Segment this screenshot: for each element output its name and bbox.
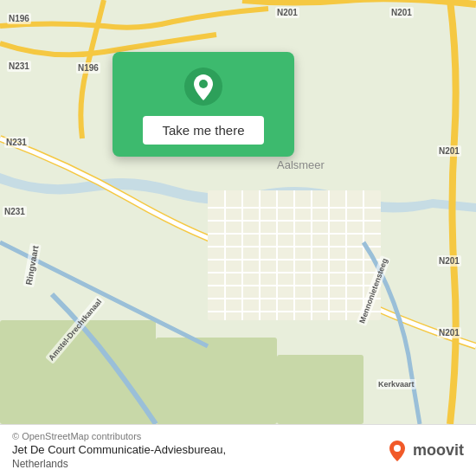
footer: © OpenStreetMap contributors Jet De Cour… bbox=[0, 424, 476, 476]
svg-rect-20 bbox=[0, 320, 156, 424]
svg-rect-21 bbox=[156, 338, 277, 424]
svg-rect-22 bbox=[277, 355, 363, 424]
road-label-n201-3: N201 bbox=[437, 145, 461, 157]
road-label-n231-1: N231 bbox=[7, 61, 31, 72]
svg-point-25 bbox=[199, 80, 208, 88]
moovit-label: moovit bbox=[413, 441, 464, 460]
svg-point-26 bbox=[394, 445, 401, 452]
map-container: Aalsmeer N196 N231 N196 N201 N231 N201 N… bbox=[0, 0, 476, 424]
moovit-logo: moovit bbox=[385, 439, 464, 463]
road-label-n231-2: N231 bbox=[4, 137, 29, 148]
road-label-n201-1: N201 bbox=[275, 7, 299, 18]
business-name: Jet De Court Communicatie-Adviesbureau, bbox=[12, 443, 226, 456]
road-label-n201-5: N201 bbox=[437, 327, 461, 338]
location-card: Take me there bbox=[113, 52, 294, 157]
svg-text:Aalsmeer: Aalsmeer bbox=[277, 158, 325, 171]
road-label-n201-2: N201 bbox=[389, 7, 414, 18]
copyright-text: © OpenStreetMap contributors bbox=[12, 431, 226, 441]
location-pin-icon bbox=[184, 68, 222, 106]
take-me-there-button[interactable]: Take me there bbox=[143, 116, 263, 145]
road-label-n231-3: N231 bbox=[3, 206, 27, 217]
country-name: Netherlands bbox=[12, 458, 226, 470]
road-label-kerkvaart: Kerkvaart bbox=[376, 379, 416, 389]
road-label-n196-1: N196 bbox=[7, 13, 31, 24]
road-label-n196-2: N196 bbox=[76, 62, 100, 74]
road-label-n201-4: N201 bbox=[437, 255, 461, 267]
moovit-pin-icon bbox=[385, 439, 409, 463]
footer-info: © OpenStreetMap contributors Jet De Cour… bbox=[12, 431, 226, 470]
